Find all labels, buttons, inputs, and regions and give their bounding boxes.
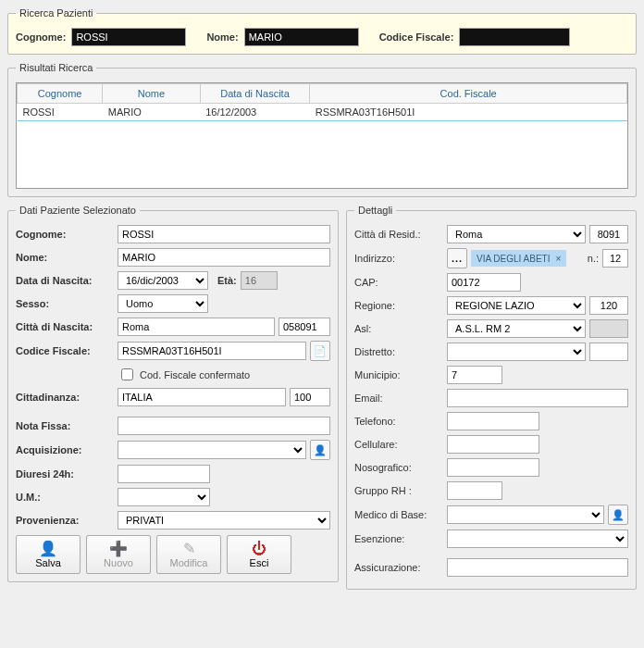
grupporh-input[interactable]: [447, 481, 502, 500]
col-nome[interactable]: Nome: [103, 84, 200, 104]
cognome-label: Cognome:: [16, 229, 114, 240]
cf-confirm-checkbox[interactable]: [121, 368, 133, 380]
cf-edit-button[interactable]: 📄: [310, 341, 330, 361]
nota-label: Nota Fissa:: [16, 420, 114, 431]
eta-field: [241, 271, 278, 290]
power-icon: ⏻: [252, 542, 266, 556]
close-icon[interactable]: ×: [555, 254, 561, 264]
diuresi-label: Diuresi 24h:: [16, 468, 114, 480]
results-panel: Risultati Ricerca Cognome Nome Data di N…: [7, 62, 637, 197]
prov-label: Provenienza:: [16, 515, 114, 526]
pencil-icon: ✎: [183, 542, 195, 556]
citta-nascita-label: Città di Nascita:: [16, 321, 114, 332]
telefono-label: Telefono:: [354, 416, 443, 427]
search-cf-input[interactable]: [459, 28, 570, 46]
ddn-label: Data di Nascita:: [16, 275, 114, 286]
col-cognome[interactable]: Cognome: [18, 84, 103, 104]
asl-code: [589, 319, 628, 338]
email-label: Email:: [354, 393, 443, 404]
salva-button[interactable]: 👤 Salva: [16, 535, 80, 574]
cittadinanza-input[interactable]: [118, 388, 286, 406]
cittadinanza-label: Cittadinanza:: [16, 392, 114, 403]
indirizzo-tag[interactable]: VIA DEGLI ABETI ×: [471, 250, 566, 267]
medico-add-button[interactable]: 👤: [608, 505, 628, 525]
search-legend: Ricerca Pazienti: [16, 7, 96, 19]
patient-legend: Dati Paziente Selezionato: [16, 205, 140, 216]
regione-code[interactable]: [589, 296, 628, 315]
asl-select[interactable]: A.S.L. RM 2: [447, 319, 586, 338]
esci-button[interactable]: ⏻ Esci: [227, 535, 291, 574]
esenzione-select[interactable]: [447, 530, 628, 548]
cittadinanza-code[interactable]: [290, 388, 330, 406]
citta-res-code[interactable]: [589, 225, 628, 243]
municipio-input[interactable]: [447, 366, 502, 384]
nome-input[interactable]: [118, 248, 330, 267]
user-add-icon: 👤: [612, 509, 625, 521]
cf-label: Codice Fiscale:: [16, 345, 114, 356]
prov-select[interactable]: PRIVATI: [118, 511, 330, 530]
cap-input[interactable]: [447, 273, 521, 292]
results-legend: Risultati Ricerca: [16, 62, 96, 73]
cap-label: CAP:: [354, 277, 443, 288]
assicurazione-input[interactable]: [447, 558, 628, 577]
distretto-label: Distretto:: [354, 346, 443, 357]
plus-circle-icon: ➕: [109, 542, 128, 556]
table-row[interactable]: ROSSI MARIO 16/12/2003 RSSMRA03T16H501I: [18, 104, 627, 121]
user-icon: 👤: [39, 542, 57, 556]
municipio-label: Municipio:: [354, 369, 443, 380]
search-cognome-input[interactable]: [71, 28, 186, 46]
grupporh-label: Gruppo RH :: [354, 485, 443, 496]
indirizzo-label: Indirizzo:: [354, 253, 443, 264]
search-cognome-label: Cognome:: [16, 31, 66, 43]
regione-select[interactable]: REGIONE LAZIO: [447, 296, 586, 315]
regione-label: Regione:: [354, 300, 443, 311]
um-select[interactable]: [118, 488, 210, 506]
patient-panel: Dati Paziente Selezionato Cognome: Nome:…: [7, 205, 339, 582]
medico-select[interactable]: [447, 505, 604, 524]
sesso-label: Sesso:: [16, 298, 114, 309]
search-cf-label: Codice Fiscale:: [379, 31, 454, 43]
results-table-container: Cognome Nome Data di Nascita Cod. Fiscal…: [16, 82, 628, 189]
document-icon: 📄: [314, 345, 327, 357]
sesso-select[interactable]: Uomo: [118, 294, 208, 313]
acq-select[interactable]: [118, 441, 306, 459]
nome-label: Nome:: [16, 252, 114, 263]
details-panel: Dettagli Città di Resid.: Roma Indirizzo…: [346, 205, 637, 590]
cognome-input[interactable]: [118, 225, 330, 243]
email-input[interactable]: [447, 389, 628, 407]
citta-nascita-input[interactable]: [118, 318, 275, 336]
details-legend: Dettagli: [354, 205, 396, 216]
um-label: U.M.:: [16, 492, 114, 503]
search-nome-input[interactable]: [244, 28, 359, 46]
nosografico-label: Nosografico:: [354, 462, 443, 473]
indirizzo-n-label: n.:: [588, 253, 599, 264]
distretto-code[interactable]: [589, 343, 628, 361]
col-cf[interactable]: Cod. Fiscale: [310, 84, 627, 104]
citta-res-label: Città di Resid.:: [354, 229, 443, 240]
cf-input[interactable]: [118, 342, 306, 360]
citta-res-select[interactable]: Roma: [447, 225, 586, 243]
cf-confirm-label: Cod. Fiscale confermato: [140, 369, 250, 380]
ddn-select[interactable]: 16/dic/2003: [118, 271, 208, 290]
modifica-button[interactable]: ✎ Modifica: [156, 535, 221, 574]
citta-nascita-code[interactable]: [279, 318, 330, 336]
acq-user-button[interactable]: 👤: [310, 440, 330, 460]
search-nome-label: Nome:: [206, 31, 238, 43]
indirizzo-n-input[interactable]: [602, 249, 628, 268]
distretto-select[interactable]: [447, 343, 586, 361]
telefono-input[interactable]: [447, 412, 539, 430]
cellulare-label: Cellulare:: [354, 439, 443, 450]
nota-input[interactable]: [118, 417, 330, 435]
cellulare-input[interactable]: [447, 435, 539, 454]
nosografico-input[interactable]: [447, 458, 539, 477]
search-panel: Ricerca Pazienti Cognome: Nome: Codice F…: [7, 7, 637, 55]
indirizzo-browse-button[interactable]: ...: [447, 248, 467, 268]
diuresi-input[interactable]: [118, 465, 210, 483]
nuovo-button[interactable]: ➕ Nuovo: [86, 535, 151, 574]
results-table[interactable]: Cognome Nome Data di Nascita Cod. Fiscal…: [17, 83, 627, 121]
eta-label: Età:: [217, 275, 237, 286]
assicurazione-label: Assicurazione:: [354, 562, 443, 573]
acq-label: Acquisizione:: [16, 444, 114, 455]
esenzione-label: Esenzione:: [354, 533, 443, 544]
col-ddn[interactable]: Data di Nascita: [200, 84, 310, 104]
